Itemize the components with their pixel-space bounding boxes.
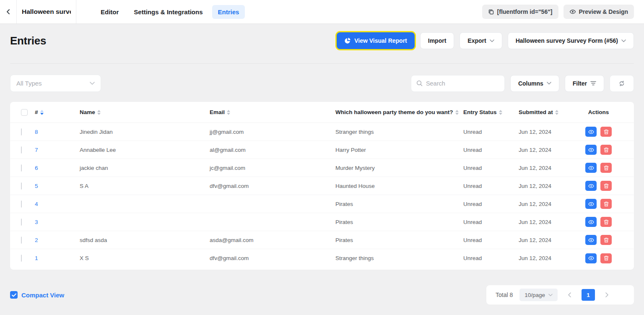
trash-icon: [604, 201, 609, 207]
form-title-box: Halloween survey Su...: [17, 0, 76, 23]
delete-entry-button[interactable]: [600, 253, 612, 263]
entries-table-header: # Name Email Which halloween party theme…: [10, 102, 634, 123]
preview-design-button[interactable]: Preview & Design: [564, 5, 634, 19]
page-1-button[interactable]: 1: [582, 289, 595, 301]
entry-serial-link[interactable]: 1: [35, 255, 38, 261]
entry-email: dfv@gmail.com: [210, 183, 335, 189]
filter-button[interactable]: Filter: [565, 75, 604, 92]
filter-lines-icon: [590, 81, 596, 86]
delete-entry-button[interactable]: [600, 163, 612, 173]
eye-icon: [588, 130, 594, 134]
entry-serial-link[interactable]: 3: [35, 219, 38, 225]
view-entry-button[interactable]: [585, 145, 597, 155]
tab-settings-integrations[interactable]: Settings & Integrations: [128, 5, 208, 19]
row-checkbox[interactable]: [21, 182, 22, 190]
eye-icon: [588, 256, 594, 260]
row-checkbox[interactable]: [21, 146, 22, 154]
row-checkbox[interactable]: [21, 255, 22, 262]
view-visual-report-button[interactable]: View Visual Report: [337, 32, 415, 49]
compact-view-toggle[interactable]: Compact View: [10, 291, 64, 299]
tab-entries[interactable]: Entries: [212, 5, 245, 19]
entry-email: asda@gmail.com: [210, 237, 335, 243]
table-footer: Compact View Total 8 10/page 1: [10, 285, 634, 305]
table-row: 7 Annabelle Lee al@gmail.com Harry Potte…: [10, 141, 634, 159]
entry-serial-link[interactable]: 4: [35, 201, 38, 207]
eye-icon: [588, 202, 594, 206]
import-label: Import: [428, 37, 447, 44]
pagination: Total 8 10/page 1: [486, 285, 634, 305]
entry-serial-link[interactable]: 2: [35, 237, 38, 243]
entry-name: jackie chan: [80, 165, 210, 171]
delete-entry-button[interactable]: [600, 217, 612, 227]
view-entry-button[interactable]: [585, 181, 597, 191]
entry-theme: Harry Potter: [335, 147, 463, 153]
entry-email: jj@gmail.com: [210, 129, 335, 135]
entry-serial-link[interactable]: 5: [35, 183, 38, 189]
view-entry-button[interactable]: [585, 217, 597, 227]
entry-type-select[interactable]: All Types: [10, 75, 101, 92]
row-checkbox[interactable]: [21, 237, 22, 244]
sort-serial[interactable]: [40, 110, 44, 115]
view-entry-button[interactable]: [585, 127, 597, 137]
col-status-label: Entry Status: [463, 109, 497, 115]
entry-status: Unread: [463, 237, 519, 243]
entry-theme: Pirates: [335, 237, 463, 243]
next-page-button[interactable]: [602, 292, 612, 297]
form-nav-tabs: Editor Settings & Integrations Entries: [95, 0, 245, 23]
shortcode-copy-button[interactable]: [fluentform id="56"]: [482, 5, 558, 19]
col-serial-label: #: [35, 109, 38, 115]
select-all-checkbox[interactable]: [21, 109, 28, 116]
entry-serial-link[interactable]: 7: [35, 147, 38, 153]
sort-email[interactable]: [227, 110, 230, 115]
sort-status[interactable]: [499, 110, 502, 115]
entries-table: # Name Email Which halloween party theme…: [10, 102, 634, 270]
row-checkbox[interactable]: [21, 219, 22, 226]
entry-email: al@gmail.com: [210, 147, 335, 153]
import-button[interactable]: Import: [420, 32, 454, 49]
refresh-button[interactable]: [610, 75, 634, 92]
search-input[interactable]: [426, 80, 504, 87]
delete-entry-button[interactable]: [600, 127, 612, 137]
entry-theme: Murder Mystery: [335, 165, 463, 171]
delete-entry-button[interactable]: [600, 145, 612, 155]
view-entry-button[interactable]: [585, 253, 597, 263]
form-selector-dropdown[interactable]: Halloween survey Survey Form (#56): [508, 32, 634, 49]
previous-page-button[interactable]: [564, 292, 575, 297]
col-actions-label: Actions: [588, 109, 609, 115]
compact-view-checkbox-checked[interactable]: [10, 291, 18, 299]
form-title: Halloween survey Su...: [22, 8, 71, 16]
page-size-select[interactable]: 10/page: [519, 289, 558, 301]
total-count: Total 8: [496, 292, 513, 298]
row-checkbox[interactable]: [21, 164, 22, 172]
sort-submitted[interactable]: [555, 110, 558, 115]
row-checkbox[interactable]: [21, 128, 22, 135]
page-size-label: 10/page: [525, 292, 545, 298]
table-row: 5 S A dfv@gmail.com Haunted House Unread…: [10, 177, 634, 195]
delete-entry-button[interactable]: [600, 235, 612, 245]
trash-icon: [604, 129, 609, 135]
delete-entry-button[interactable]: [600, 181, 612, 191]
filter-right-group: Columns Filter: [411, 75, 634, 92]
export-label: Export: [467, 37, 486, 44]
back-button[interactable]: [0, 0, 17, 23]
tab-editor[interactable]: Editor: [95, 5, 125, 19]
columns-button[interactable]: Columns: [510, 75, 559, 92]
entry-serial-link[interactable]: 6: [35, 165, 38, 171]
topbar-right: [fluentform id="56"] Preview & Design: [482, 0, 644, 23]
export-button[interactable]: Export: [460, 32, 502, 49]
delete-entry-button[interactable]: [600, 199, 612, 209]
eye-icon: [588, 166, 594, 170]
chevron-left-icon: [5, 9, 11, 15]
view-entry-button[interactable]: [585, 235, 597, 245]
sort-name[interactable]: [97, 110, 101, 115]
col-submitted-label: Submitted at: [519, 109, 553, 115]
preview-design-label: Preview & Design: [579, 8, 628, 15]
row-checkbox[interactable]: [21, 200, 22, 208]
compact-view-label: Compact View: [21, 292, 64, 299]
entry-serial-link[interactable]: 8: [35, 129, 38, 135]
table-row: 4 Pirates Unread Jun 12, 2024: [10, 195, 634, 213]
trash-icon: [604, 183, 609, 189]
view-entry-button[interactable]: [585, 163, 597, 173]
sort-theme[interactable]: [455, 110, 459, 115]
view-entry-button[interactable]: [585, 199, 597, 209]
